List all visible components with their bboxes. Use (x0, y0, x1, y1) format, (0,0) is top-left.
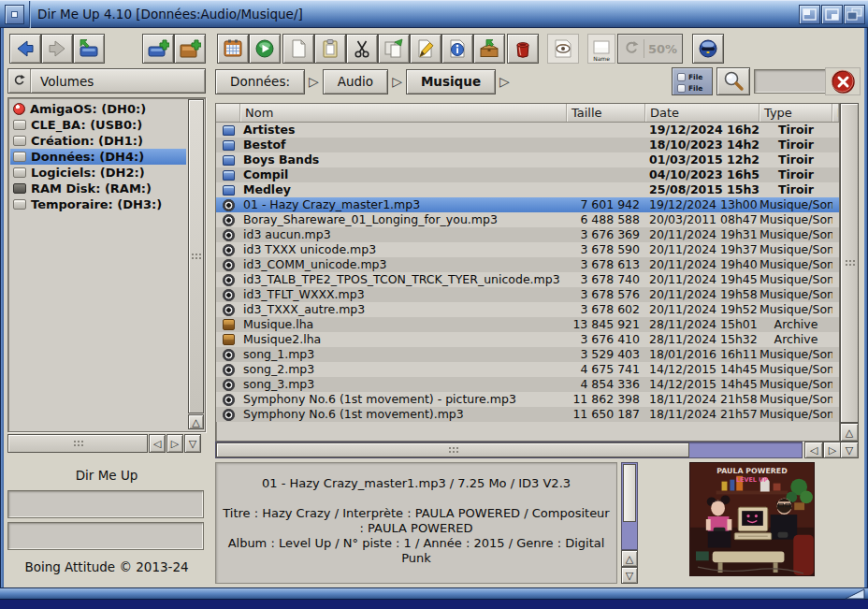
volume-item[interactable]: CLE_BA: (USB0:) (10, 117, 186, 133)
power-sphere-icon (697, 38, 719, 59)
file-row[interactable]: id3 aucun.mp33 676 36920/11/2024 19h31Mu… (216, 227, 839, 242)
file-list-scroll-left-button[interactable]: ◁ (804, 442, 823, 458)
column-icon[interactable] (216, 104, 240, 122)
parent-drawer-button[interactable] (73, 34, 105, 64)
column-type[interactable]: Type (760, 104, 832, 122)
file-date: 25/08/2015 15h37 (645, 182, 760, 197)
back-button[interactable] (9, 34, 41, 64)
quit-button[interactable] (825, 67, 861, 95)
sort-name-button[interactable]: Name (587, 34, 615, 64)
column-date[interactable]: Date (645, 104, 760, 122)
column-size[interactable]: Taille (567, 104, 645, 122)
hscroll-track[interactable] (215, 442, 803, 458)
file-row[interactable]: Boys Bands01/03/2015 12h26Tiroir (216, 152, 839, 167)
file-row[interactable]: song_3.mp34 854 33614/12/2015 14h45Musiq… (216, 377, 839, 392)
information-button[interactable] (441, 34, 473, 64)
volume-item[interactable]: AmigaOS: (DH0:) (10, 101, 186, 117)
volume-item[interactable]: Création: (DH1:) (10, 133, 186, 149)
volumes-scroll-up-button[interactable]: △ (188, 414, 204, 429)
file-name: id3_TXXX_autre.mp3 (240, 302, 567, 317)
file-row[interactable]: id3_TFLT_WXXX.mp33 678 57620/11/2024 19h… (216, 287, 839, 302)
volume-item[interactable]: RAM Disk: (RAM:) (10, 181, 186, 196)
calendar-button[interactable] (217, 34, 249, 64)
close-gadget[interactable] (5, 5, 24, 24)
zoom-gadget[interactable] (821, 5, 843, 24)
volumes-scroll-right-button[interactable]: ▷ (166, 434, 183, 453)
info-album-line: Album : Level Up / N° piste : 1 / Année … (222, 536, 611, 566)
new-volume-button[interactable] (142, 34, 174, 64)
file-list-scroll-up-button[interactable]: △ (840, 423, 859, 442)
volume-item[interactable]: Temporaire: (DH3:) (10, 196, 186, 212)
new-drawer-button[interactable] (174, 34, 206, 64)
volumes-scroll-left-button[interactable]: ◁ (149, 434, 166, 453)
hscroll-knob[interactable] (216, 442, 689, 457)
file-row[interactable]: id3 TXXX unicode.mp33 678 59020/11/2024 … (216, 242, 839, 257)
file-row[interactable]: song_1.mp33 529 40318/01/2016 16h11Musiq… (216, 347, 839, 362)
file-list-vertical-scrollbar[interactable] (840, 103, 859, 423)
iconify-gadget[interactable] (799, 5, 820, 24)
info-scroll-down-button[interactable]: ▽ (621, 567, 638, 584)
file-filter-button[interactable]: File File (672, 67, 713, 95)
extract-archive-button[interactable] (473, 34, 505, 64)
file-type: Archive (760, 317, 832, 332)
breadcrumb-segment[interactable]: Données: (215, 69, 305, 94)
file-list-scroll-right-button[interactable]: ▷ (823, 442, 842, 458)
info-meta-line: Titre : Hazy Crazy / Interprète : PAULA … (222, 506, 611, 536)
search-button[interactable] (716, 67, 750, 95)
resize-gadget[interactable] (842, 588, 866, 600)
file-row[interactable]: Musique2.lha3 676 41028/11/2024 15h32Arc… (216, 332, 839, 347)
parent-drawer-icon (78, 38, 100, 59)
file-row[interactable]: Symphony No.6 (1st movement).mp311 650 1… (216, 407, 839, 422)
cut-button[interactable] (346, 34, 378, 64)
volumes-header[interactable]: Volumes (7, 68, 206, 94)
column-e[interactable]: E (832, 104, 839, 122)
new-file-button[interactable] (282, 34, 314, 64)
file-row[interactable]: id3_COMM_unicode.mp33 678 61320/11/2024 … (216, 257, 839, 272)
depth-gadget[interactable] (844, 5, 865, 24)
rename-button[interactable] (410, 34, 441, 64)
zoom-level-button[interactable]: 50% (617, 34, 683, 64)
file-row[interactable]: 01 - Hazy Crazy_master1.mp37 601 94219/1… (216, 197, 839, 212)
info-scroll-knob[interactable] (623, 464, 636, 522)
column-name[interactable]: Nom (240, 104, 567, 122)
power-sphere-button[interactable] (692, 34, 724, 64)
info-scroll-track[interactable] (621, 462, 638, 550)
forward-button[interactable] (41, 34, 73, 64)
info-scroll-up-button[interactable]: △ (621, 550, 638, 567)
volumes-vertical-scrollbar[interactable] (188, 99, 204, 413)
file-type: Tiroir (760, 123, 832, 138)
copy-button[interactable] (378, 34, 410, 64)
file-row[interactable]: Compil04/10/2023 16h57Tiroir (216, 167, 839, 182)
new-drawer-icon (179, 38, 201, 59)
file-row[interactable]: Boray_Shareware_01_Longing_for_you.mp36 … (216, 212, 839, 227)
file-list-scroll-down-button[interactable]: ▽ (840, 442, 859, 458)
file-row[interactable]: Musique.lha13 845 92128/11/2024 15h01Arc… (216, 317, 839, 332)
file-size: 3 676 369 (567, 227, 645, 242)
file-row[interactable]: song_2.mp34 675 74114/12/2015 14h45Musiq… (216, 362, 839, 377)
volume-item[interactable]: Logiciels: (DH2:) (10, 165, 186, 181)
file-row[interactable]: Symphony No.6 (1st movement) - picture.m… (216, 392, 839, 407)
file-name: Musique2.lha (240, 332, 567, 347)
breadcrumb-segment[interactable]: Audio (323, 69, 388, 94)
file-row[interactable]: id3_TXXX_autre.mp33 678 60220/11/2024 19… (216, 302, 839, 317)
refresh-volumes-button[interactable] (8, 69, 31, 93)
volumes-hscroll-knob[interactable] (7, 434, 148, 453)
play-button[interactable] (249, 34, 281, 64)
file-row[interactable]: Bestof18/10/2023 14h24Tiroir (216, 138, 839, 152)
file-row[interactable]: Medley25/08/2015 15h37Tiroir (216, 182, 839, 197)
file-type: Musique/Son (760, 197, 832, 212)
window-border-left (0, 28, 4, 587)
file-row[interactable]: id3_TALB_TPE2_TPOS_TCON_TRCK_TYER_unicod… (216, 272, 839, 287)
red-x-icon (831, 69, 856, 94)
file-icon-cell (216, 287, 240, 302)
delete-button[interactable] (507, 34, 539, 64)
breadcrumb-segment[interactable]: Musique (406, 69, 496, 94)
file-size (567, 152, 645, 167)
file-row[interactable]: Artistes19/12/2024 16h24Tiroir (216, 123, 839, 138)
paste-button[interactable] (314, 34, 346, 64)
titlebar[interactable]: Dir Me Up 4.10 [Données:Audio/Musique/] (0, 0, 868, 28)
volumes-scroll-down-button[interactable]: ▽ (184, 434, 201, 453)
preview-button[interactable] (547, 34, 579, 64)
volume-item[interactable]: Données: (DH4:) (10, 149, 186, 165)
sort-name-label: Name (588, 55, 615, 62)
